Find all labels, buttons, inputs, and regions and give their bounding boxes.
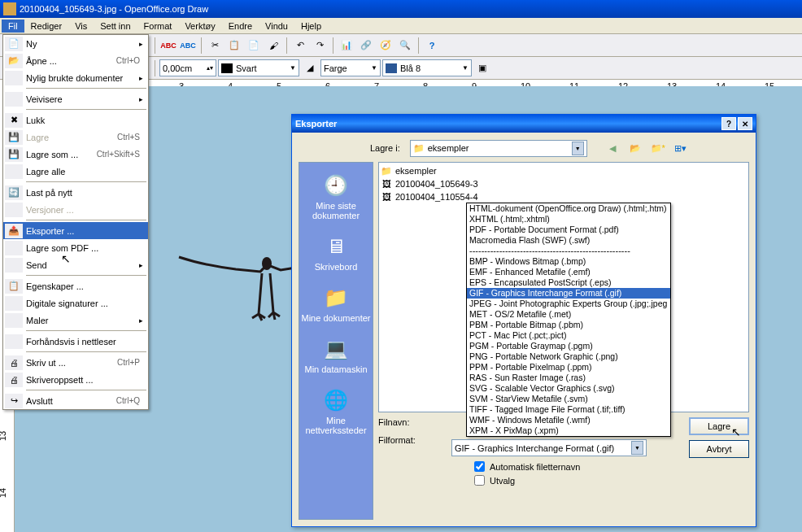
format-option-met[interactable]: MET - OS/2 Metafile (.met)	[467, 309, 670, 320]
place-desktop[interactable]: 🖥 Skrivebord	[299, 227, 373, 278]
format-option-png[interactable]: PNG - Portable Network Graphic (.png)	[467, 351, 670, 362]
format-option-pct[interactable]: PCT - Mac Pict (.pct;.pict)	[467, 330, 670, 341]
cut-button[interactable]: ✂	[206, 37, 224, 55]
menu-rediger[interactable]: Rediger	[24, 20, 69, 33]
chevron-down-icon[interactable]: ▼	[631, 441, 643, 455]
format-option-xpm[interactable]: XPM - X PixMap (.xpm)	[467, 425, 670, 436]
save-button[interactable]: Lagre ↖	[689, 417, 749, 435]
menu-settinn[interactable]: Sett inn	[94, 20, 137, 33]
menu-item-export[interactable]: 📤 Eksporter ...	[3, 222, 148, 239]
undo-button[interactable]: ↶	[291, 37, 309, 55]
menu-item-reload[interactable]: 🔄 Last på nytt	[3, 184, 148, 201]
format-option-bmp[interactable]: BMP - Windows Bitmap (.bmp)	[467, 256, 670, 267]
format-option-svg[interactable]: SVG - Scalable Vector Graphics (.svg)	[467, 383, 670, 394]
menu-vis[interactable]: Vis	[68, 20, 94, 33]
format-option-wmf[interactable]: WMF - Windows Metafile (.wmf)	[467, 415, 670, 425]
menu-item-send[interactable]: Send ▸	[3, 256, 148, 273]
fill-color-dropdown[interactable]: Blå 8 ▼	[382, 59, 472, 76]
format-option-pgm[interactable]: PGM - Portable Graymap (.pgm)	[467, 341, 670, 351]
menu-item-exit[interactable]: ↪ Avslutt Ctrl+Q	[3, 392, 148, 409]
menu-item-new[interactable]: 📄 Ny ▸	[3, 35, 148, 52]
menu-vindu[interactable]: Vindu	[259, 20, 294, 33]
menu-item-properties[interactable]: 📋 Egenskaper ...	[3, 277, 148, 294]
menu-item-templates[interactable]: Maler ▸	[3, 312, 148, 329]
menu-item-print[interactable]: 🖨 Skriv ut ... Ctrl+P	[3, 354, 148, 371]
format-option-gif[interactable]: GIF - Graphics Interchange Format (.gif)	[467, 288, 670, 299]
file-row[interactable]: 🖼 20100404_105649-3	[381, 177, 747, 190]
format-option-ppm[interactable]: PPM - Portable Pixelmap (.ppm)	[467, 362, 670, 373]
place-computer[interactable]: 💻 Min datamaskin	[299, 329, 373, 381]
line-width-field[interactable]: 0,00cm ▴▾	[159, 59, 216, 76]
fill-type-dropdown[interactable]: Farge ▼	[320, 59, 381, 76]
menu-hjelp[interactable]: Hjelp	[294, 20, 328, 33]
menu-item-printer-settings[interactable]: 🖨 Skriveroppsett ...	[3, 371, 148, 388]
format-option-pdf[interactable]: PDF - Portable Document Format (.pdf)	[467, 225, 670, 235]
menu-endre[interactable]: Endre	[222, 20, 259, 33]
autospell-button[interactable]: ABC	[179, 37, 197, 55]
filename-label: Filnavn:	[378, 417, 443, 427]
folder-icon: 📁	[381, 165, 392, 177]
menu-item-close[interactable]: ✖ Lukk	[3, 111, 148, 129]
menu-verktoy[interactable]: Verktøy	[178, 20, 221, 33]
paste-button[interactable]: 📄	[245, 37, 263, 55]
hyperlink-button[interactable]: 🔗	[357, 37, 375, 55]
back-button[interactable]: ◀	[604, 139, 621, 157]
file-list[interactable]: 📁 eksempler 🖼 20100404_105649-3 🖼 201004…	[378, 162, 749, 412]
menu-fil[interactable]: Fil	[2, 20, 24, 33]
new-folder-button[interactable]: 📁*	[649, 139, 667, 157]
file-format-popup[interactable]: HTML-dokument (OpenOffice.org Draw) (.ht…	[466, 203, 671, 437]
menu-item-recent[interactable]: Nylig brukte dokumenter ▸	[3, 69, 148, 86]
selection-row: Utvalg	[474, 475, 749, 486]
menu-item-save-as[interactable]: 💾 Lagre som ... Ctrl+Skift+S	[3, 146, 148, 163]
place-documents[interactable]: 📁 Mine dokumenter	[299, 278, 373, 329]
view-menu-button[interactable]: ⊞▾	[672, 139, 690, 157]
menu-item-versions[interactable]: Versjoner ...	[3, 201, 148, 218]
menu-item-save[interactable]: 💾 Lagre Ctrl+S	[3, 129, 148, 146]
line-color-dropdown[interactable]: Svart ▼	[218, 59, 299, 76]
dialog-titlebar[interactable]: Eksporter ? ✕	[292, 115, 756, 133]
zoom-button[interactable]: 🔍	[396, 37, 414, 55]
menu-item-digital-signatures[interactable]: Digitale signaturer ...	[3, 294, 148, 312]
format-option-jpeg[interactable]: JPEG - Joint Photographic Experts Group …	[467, 299, 670, 309]
shadow-button[interactable]: ▣	[473, 59, 491, 77]
format-option-emf[interactable]: EMF - Enhanced Metafile (.emf)	[467, 267, 670, 277]
format-option-tiff[interactable]: TIFF - Tagged Image File Format (.tif;.t…	[467, 404, 670, 415]
format-option-swf[interactable]: Macromedia Flash (SWF) (.swf)	[467, 235, 670, 246]
chevron-down-icon[interactable]: ▼	[572, 142, 584, 155]
submenu-arrow-icon: ▸	[139, 40, 146, 48]
place-recent[interactable]: 🕘 Mine siste dokumenter	[299, 166, 373, 227]
menu-item-preview-browser[interactable]: Forhåndsvis i nettleser	[3, 333, 148, 350]
copy-button[interactable]: 📋	[225, 37, 243, 55]
fileformat-combo[interactable]: GIF - Graphics Interchange Format (.gif)…	[451, 439, 647, 456]
selection-checkbox[interactable]	[474, 475, 485, 486]
format-option-pbm[interactable]: PBM - Portable Bitmap (.pbm)	[467, 320, 670, 330]
file-row[interactable]: 🖼 20100404_110554-4	[381, 190, 747, 203]
format-option-xhtml[interactable]: XHTML (.html;.xhtml)	[467, 214, 670, 225]
menu-format[interactable]: Format	[137, 20, 179, 33]
redo-button[interactable]: ↷	[311, 37, 329, 55]
place-network[interactable]: 🌐 Mine nettverkssteder	[299, 381, 373, 442]
format-paintbrush-button[interactable]: 🖌	[264, 37, 282, 55]
chart-button[interactable]: 📊	[338, 37, 355, 55]
menu-item-export-pdf[interactable]: Lagre som PDF ...	[3, 239, 148, 256]
format-option-ras[interactable]: RAS - Sun Raster Image (.ras)	[467, 373, 670, 383]
help-button[interactable]: ?	[423, 37, 441, 55]
fileformat-label: Filformat:	[378, 435, 443, 445]
area-icon[interactable]: ◢	[301, 59, 319, 77]
folder-row[interactable]: 📁 eksempler	[381, 164, 747, 177]
close-button[interactable]: ✕	[738, 117, 752, 130]
menu-item-wizards[interactable]: Veivisere ▸	[3, 90, 148, 107]
cancel-button[interactable]: Avbryt	[689, 440, 749, 458]
menu-item-open[interactable]: 📂 Åpne ... Ctrl+O	[3, 52, 148, 69]
up-button[interactable]: 📂	[626, 139, 644, 157]
save-in-combo[interactable]: 📁 eksempler ▼	[410, 140, 587, 157]
navigator-button[interactable]: 🧭	[377, 37, 394, 55]
auto-extension-checkbox[interactable]	[474, 461, 485, 472]
reload-icon: 🔄	[5, 185, 23, 200]
format-option-html[interactable]: HTML-dokument (OpenOffice.org Draw) (.ht…	[467, 203, 670, 214]
spellcheck-button[interactable]: ABC	[159, 37, 177, 55]
format-option-eps[interactable]: EPS - Encapsulated PostScript (.eps)	[467, 277, 670, 288]
menu-item-save-all[interactable]: Lagre alle	[3, 163, 148, 180]
format-option-svm[interactable]: SVM - StarView Metafile (.svm)	[467, 394, 670, 404]
help-button[interactable]: ?	[721, 117, 736, 130]
